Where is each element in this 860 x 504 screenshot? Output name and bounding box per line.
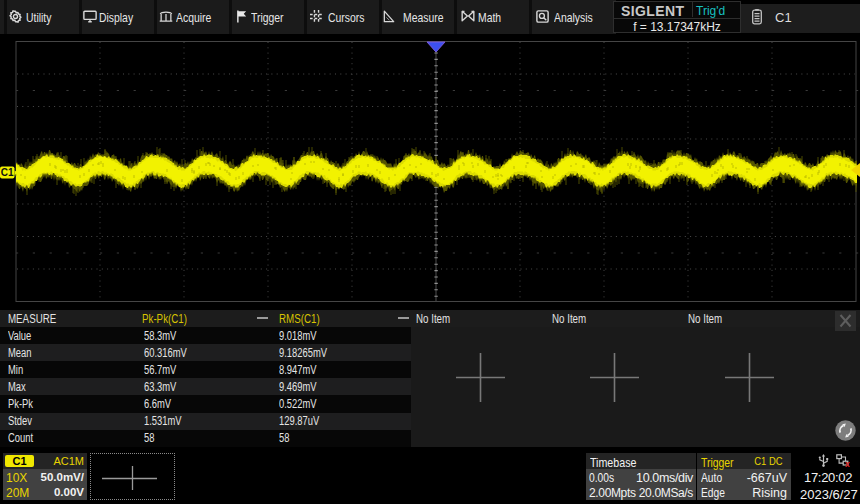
- svg-text:x: x: [845, 459, 850, 467]
- svg-text:C1: C1: [1, 167, 14, 178]
